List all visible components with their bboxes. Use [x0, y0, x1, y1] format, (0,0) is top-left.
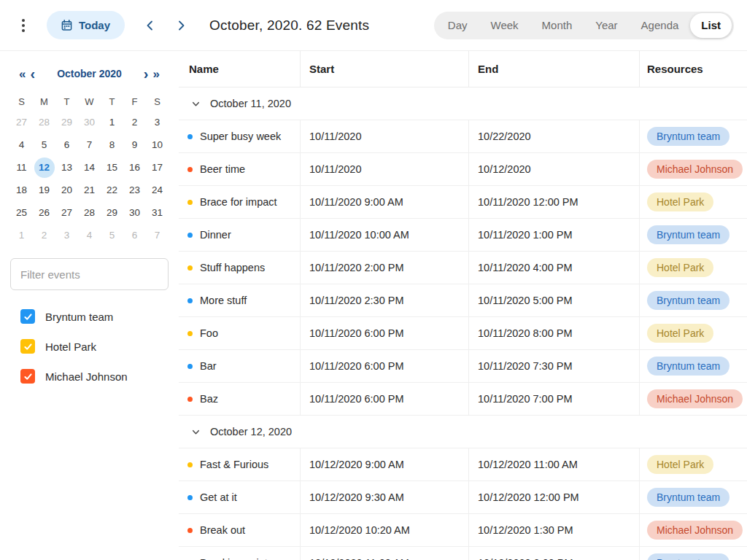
mini-calendar-day-selected[interactable]: 12 [33, 156, 55, 179]
day-number: 28 [80, 203, 100, 223]
event-name-cell: Baz [179, 383, 301, 415]
prev-button[interactable] [141, 16, 160, 35]
view-tab-month[interactable]: Month [530, 12, 584, 39]
weekday-label: W [78, 92, 101, 111]
event-row[interactable]: Dinner10/11/2020 10:00 AM10/11/2020 1:00… [179, 219, 747, 252]
column-header-name[interactable]: Name [179, 51, 301, 87]
event-name: Foo [200, 327, 218, 339]
mini-calendar-day[interactable]: 18 [10, 179, 33, 201]
mini-calendar-day[interactable]: 4 [78, 224, 101, 246]
mini-calendar-day[interactable]: 4 [10, 133, 33, 156]
mini-calendar-day[interactable]: 28 [33, 111, 55, 133]
mini-calendar-day[interactable]: 20 [55, 179, 78, 201]
view-tab-week[interactable]: Week [479, 12, 530, 39]
mini-calendar-day[interactable]: 14 [78, 156, 101, 179]
day-number: 23 [125, 180, 145, 201]
mini-calendar-day[interactable]: 16 [123, 156, 146, 179]
mini-calendar-day[interactable]: 28 [78, 201, 101, 224]
event-row[interactable]: Super busy week10/11/202010/22/2020Brynt… [179, 120, 747, 153]
chevron-down-icon[interactable] [191, 427, 201, 437]
mini-calendar-day[interactable]: 3 [55, 224, 78, 246]
day-number: 29 [57, 112, 77, 133]
mini-calendar-day-grid: 2728293012345678910111213141516171819202… [10, 111, 169, 246]
mini-calendar-day[interactable]: 6 [55, 133, 78, 156]
mini-calendar-day[interactable]: 31 [146, 201, 169, 224]
column-header-start[interactable]: Start [301, 51, 469, 87]
checkbox-checked-icon[interactable] [20, 369, 35, 384]
day-number: 1 [12, 225, 32, 246]
mini-calendar-day[interactable]: 25 [10, 201, 33, 224]
mini-calendar-day[interactable]: 15 [101, 156, 123, 179]
event-row[interactable]: Bar10/11/2020 6:00 PM10/11/2020 7:30 PMB… [179, 350, 747, 383]
filter-events-input[interactable] [10, 258, 169, 290]
view-tab-agenda[interactable]: Agenda [630, 12, 691, 39]
event-color-dot [187, 462, 193, 467]
toolbar: Today October, 2020. 62 Events DayWeekMo… [0, 0, 747, 51]
next-month-icon[interactable]: › [142, 66, 151, 81]
mini-calendar-day[interactable]: 10 [146, 133, 169, 156]
mini-calendar-day[interactable]: 13 [55, 156, 78, 179]
mini-calendar-day[interactable]: 27 [10, 111, 33, 133]
column-header-end[interactable]: End [469, 51, 640, 87]
mini-calendar-day[interactable]: 1 [101, 111, 123, 133]
mini-calendar-day[interactable]: 9 [123, 133, 146, 156]
today-button[interactable]: Today [47, 11, 125, 39]
mini-calendar-day[interactable]: 5 [33, 133, 55, 156]
event-row[interactable]: Get at it10/12/2020 9:30 AM10/12/2020 12… [179, 481, 747, 514]
mini-calendar-day[interactable]: 23 [123, 179, 146, 201]
event-row[interactable]: Fast & Furious10/12/2020 9:00 AM10/12/20… [179, 448, 747, 481]
mini-calendar-day[interactable]: 30 [123, 201, 146, 224]
day-number: 11 [12, 158, 32, 178]
mini-calendar-day[interactable]: 1 [10, 224, 33, 246]
mini-calendar-day[interactable]: 30 [78, 111, 101, 133]
mini-calendar-day[interactable]: 8 [101, 133, 123, 156]
mini-calendar-day[interactable]: 24 [146, 179, 169, 201]
mini-calendar-day[interactable]: 26 [33, 201, 55, 224]
prev-year-icon[interactable]: « [17, 68, 28, 80]
prev-month-icon[interactable]: ‹ [28, 66, 37, 81]
mini-calendar-day[interactable]: 19 [33, 179, 55, 201]
mini-calendar-day[interactable]: 29 [101, 201, 123, 224]
event-row[interactable]: Break out10/12/2020 10:20 AM10/12/2020 1… [179, 514, 747, 547]
view-tab-day[interactable]: Day [436, 12, 479, 39]
event-start-cell: 10/11/2020 6:00 PM [301, 350, 469, 382]
next-year-icon[interactable]: » [151, 68, 162, 80]
mini-calendar-day[interactable]: 27 [55, 201, 78, 224]
group-row[interactable]: October 12, 2020 [179, 416, 747, 448]
checkbox-checked-icon[interactable] [20, 309, 35, 324]
column-header-resources[interactable]: Resources [640, 51, 747, 87]
event-row[interactable]: Brace for impact10/11/2020 9:00 AM10/11/… [179, 186, 747, 219]
mini-calendar-day[interactable]: 3 [146, 111, 169, 133]
mini-calendar-day[interactable]: 7 [78, 133, 101, 156]
mini-calendar-day[interactable]: 6 [123, 224, 146, 246]
event-row[interactable]: Stuff happens10/11/2020 2:00 PM10/11/202… [179, 252, 747, 284]
mini-calendar-day[interactable]: 29 [55, 111, 78, 133]
chevron-down-icon[interactable] [191, 99, 201, 109]
mini-calendar-day[interactable]: 22 [101, 179, 123, 201]
mini-calendar-day[interactable]: 17 [146, 156, 169, 179]
event-row[interactable]: Baz10/11/2020 6:00 PM10/11/2020 7:00 PMM… [179, 383, 747, 416]
event-row[interactable]: Breaking point10/12/2020 11:00 AM10/12/2… [179, 547, 747, 560]
event-name-cell: Breaking point [179, 547, 301, 560]
resource-filter-hotel-park[interactable]: Hotel Park [20, 339, 169, 354]
mini-calendar-day[interactable]: 5 [101, 224, 123, 246]
event-row[interactable]: Beer time10/11/202010/12/2020Michael Joh… [179, 153, 747, 186]
checkbox-checked-icon[interactable] [20, 339, 35, 354]
view-tab-year[interactable]: Year [584, 12, 629, 39]
mini-calendar-day[interactable]: 2 [33, 224, 55, 246]
mini-calendar-day[interactable]: 11 [10, 156, 33, 179]
event-row[interactable]: More stuff10/11/2020 2:30 PM10/11/2020 5… [179, 284, 747, 317]
kebab-menu-icon[interactable] [18, 15, 29, 36]
day-number: 8 [102, 135, 123, 155]
mini-calendar-day[interactable]: 2 [123, 111, 146, 133]
event-row[interactable]: Foo10/11/2020 6:00 PM10/11/2020 8:00 PMH… [179, 317, 747, 350]
resource-filter-bryntum-team[interactable]: Bryntum team [20, 309, 169, 324]
resource-filter-michael-johnson[interactable]: Michael Johnson [20, 369, 169, 384]
group-row[interactable]: October 11, 2020 [179, 88, 747, 120]
mini-calendar-day[interactable]: 21 [78, 179, 101, 201]
mini-calendar-day[interactable]: 7 [146, 224, 169, 246]
event-resources-cell: Hotel Park [640, 448, 747, 481]
next-button[interactable] [171, 16, 190, 35]
event-color-dot [187, 167, 193, 172]
view-tab-list[interactable]: List [690, 13, 732, 38]
